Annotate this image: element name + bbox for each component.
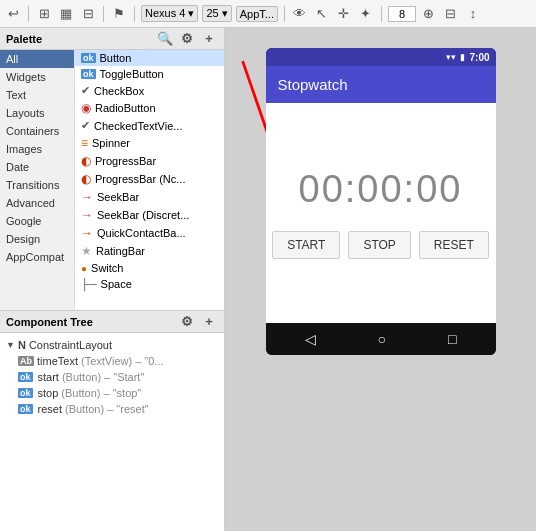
palette-item-ratingbar-label: RatingBar [96,245,145,257]
palette-header: Palette 🔍 ⚙ + [0,28,224,50]
tree-item-timetext[interactable]: Ab timeText (TextView) – "0... [12,353,224,369]
progressbar-nc-icon: ◐ [81,172,91,186]
tree-content: ▼ N ConstraintLayout Ab timeText (TextVi… [0,333,224,421]
main-area: Palette 🔍 ⚙ + All Widgets Text Layouts C… [0,28,536,531]
stop-button[interactable]: STOP [348,231,410,259]
reset-button[interactable]: RESET [419,231,489,259]
phone-frame: ▾▾ ▮ 7:00 Stopwatch 00:00:00 START STOP … [266,48,496,355]
category-design[interactable]: Design [0,230,74,248]
seekbar-icon: → [81,190,93,204]
sep2 [103,6,104,22]
palette-add-icon[interactable]: + [200,30,218,48]
start-button[interactable]: START [272,231,340,259]
app-selector[interactable]: AppT... [236,6,278,22]
battery-icon: ▮ [460,52,465,62]
palette-header-icons: 🔍 ⚙ + [156,30,218,48]
tree-item-reset[interactable]: ok reset (Button) – "reset" [12,401,224,417]
eye-icon[interactable]: 👁 [291,5,309,23]
palette-item-quickcontact[interactable]: → QuickContactBa... [75,224,224,242]
nav-recent-icon[interactable]: □ [448,331,456,347]
crosshair-icon[interactable]: ✛ [335,5,353,23]
palette-item-button[interactable]: ok Button [75,50,224,66]
palette-title: Palette [6,33,42,45]
palette-settings-icon[interactable]: ⚙ [178,30,196,48]
device-selector[interactable]: Nexus 4 ▾ [141,5,198,22]
wand-icon[interactable]: ✦ [357,5,375,23]
palette-item-radiobutton-label: RadioButton [95,102,156,114]
check-icon-checkbox: ✔ [81,84,90,97]
palette-item-ratingbar[interactable]: ★ RatingBar [75,242,224,260]
palette-item-switch[interactable]: ● Switch [75,260,224,276]
palette-item-checkedtextview[interactable]: ✔ CheckedTextVie... [75,117,224,134]
palette-item-spinner[interactable]: ≡ Spinner [75,134,224,152]
tree-timetext-label: timeText [37,355,78,367]
api-selector[interactable]: 25 ▾ [202,5,231,22]
radio-icon: ◉ [81,101,91,115]
palette-item-checkbox[interactable]: ✔ CheckBox [75,82,224,99]
number-input[interactable] [388,6,416,22]
guide-icon[interactable]: ↕ [464,5,482,23]
tree-stop-type: (Button) – "stop" [61,387,141,399]
palette-item-ctv-label: CheckedTextVie... [94,120,182,132]
sep1 [28,6,29,22]
space-icon: ├─ [81,278,97,290]
tree-ab-tag: Ab [18,356,34,366]
phone-title: Stopwatch [278,76,348,93]
palette-item-space[interactable]: ├─ Space [75,276,224,292]
tree-settings-icon[interactable]: ⚙ [178,313,196,331]
palette-search-icon[interactable]: 🔍 [156,30,174,48]
timer-display: 00:00:00 [299,168,463,211]
layout-icon[interactable]: ⊟ [79,5,97,23]
category-appcompat[interactable]: AppCompat [0,248,74,266]
palette-item-seekbar-label: SeekBar [97,191,139,203]
tree-reset-label: reset [38,403,62,415]
palette-item-radiobutton[interactable]: ◉ RadioButton [75,99,224,117]
category-images[interactable]: Images [0,140,74,158]
tree-reset-type: (Button) – "reset" [65,403,149,415]
phone-buttons: START STOP RESET [272,231,489,259]
nav-back-icon[interactable]: ◁ [305,331,316,347]
category-containers[interactable]: Containers [0,122,74,140]
align-icon[interactable]: ⊟ [442,5,460,23]
zoom-icon[interactable]: ⊕ [420,5,438,23]
palette-item-spinner-label: Spinner [92,137,130,149]
tree-item-start[interactable]: ok start (Button) – "Start" [12,369,224,385]
nav-home-icon[interactable]: ○ [378,331,386,347]
tree-header-icons: ⚙ + [178,313,218,331]
category-widgets[interactable]: Widgets [0,68,74,86]
category-transitions[interactable]: Transitions [0,176,74,194]
palette-item-seekbar-discrete[interactable]: → SeekBar (Discret... [75,206,224,224]
right-panel: ▾▾ ▮ 7:00 Stopwatch 00:00:00 START STOP … [225,28,536,531]
flag-icon[interactable]: ⚑ [110,5,128,23]
tree-timetext-type: (TextView) – "0... [81,355,164,367]
palette-item-togglebutton[interactable]: ok ToggleButton [75,66,224,82]
tree-item-stop[interactable]: ok stop (Button) – "stop" [12,385,224,401]
progressbar-icon: ◐ [81,154,91,168]
palette-item-seekbar[interactable]: → SeekBar [75,188,224,206]
sep3 [134,6,135,22]
category-text[interactable]: Text [0,86,74,104]
cursor-icon[interactable]: ↖ [313,5,331,23]
tree-start-label: start [38,371,59,383]
quickcontact-icon: → [81,226,93,240]
palette-item-progressbar-label: ProgressBar [95,155,156,167]
category-all[interactable]: All [0,50,74,68]
component-tree-header: Component Tree ⚙ + [0,311,224,333]
category-advanced[interactable]: Advanced [0,194,74,212]
tree-add-icon[interactable]: + [200,313,218,331]
tree-item-root[interactable]: ▼ N ConstraintLayout [0,337,224,353]
palette-item-seekbar-discrete-label: SeekBar (Discret... [97,209,189,221]
ok-badge-button: ok [81,53,96,63]
category-google[interactable]: Google [0,212,74,230]
palette-item-progressbar-nc[interactable]: ◐ ProgressBar (Nc... [75,170,224,188]
views-icon[interactable]: ⊞ [35,5,53,23]
grid-icon[interactable]: ▦ [57,5,75,23]
category-date[interactable]: Date [0,158,74,176]
phone-title-bar: Stopwatch [266,66,496,103]
status-time: 7:00 [469,52,489,63]
switch-icon: ● [81,263,87,274]
phone-nav: ◁ ○ □ [266,323,496,355]
undo-icon[interactable]: ↩ [4,5,22,23]
palette-item-progressbar[interactable]: ◐ ProgressBar [75,152,224,170]
category-layouts[interactable]: Layouts [0,104,74,122]
